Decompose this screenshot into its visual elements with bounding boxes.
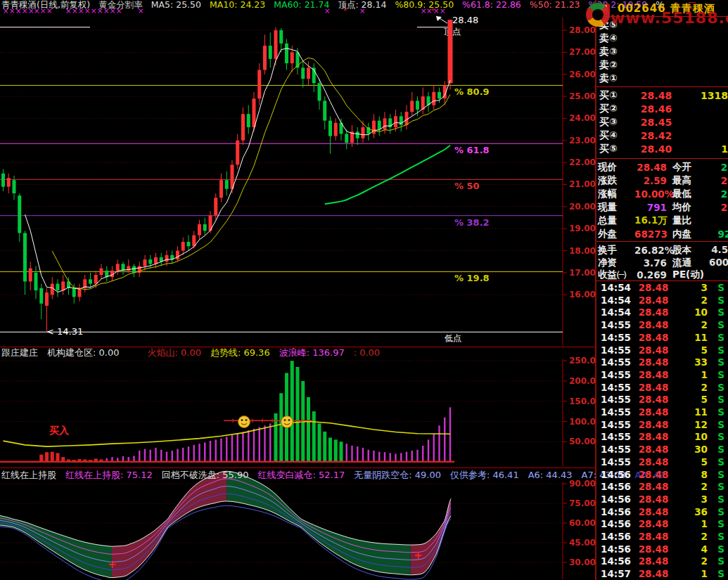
quote-info-row: 涨幅10.00%最低25.5 bbox=[596, 188, 728, 200]
buy-price: 28.42 bbox=[634, 130, 678, 141]
trade-tick-row: 14:5528.485S bbox=[596, 456, 728, 468]
indicator-bar bbox=[155, 448, 156, 462]
trade-tick-row: 14:5528.482S bbox=[596, 319, 728, 330]
trade-volume: 4 bbox=[674, 543, 708, 555]
y-axis-label: 30.00 bbox=[569, 558, 596, 567]
trade-time: 14:56 bbox=[596, 469, 633, 480]
stats-label: 股本 bbox=[667, 244, 709, 257]
indicator-bar bbox=[422, 446, 423, 462]
trade-time: 14:54 bbox=[596, 307, 633, 318]
indicator-bar bbox=[351, 446, 352, 462]
indicator-value-label: : 0.00 bbox=[354, 347, 380, 358]
buy-level-label: 买① bbox=[596, 89, 634, 102]
info-value: 25.5 bbox=[709, 188, 728, 200]
info-value: 68273 bbox=[634, 228, 667, 240]
trade-price: 28.48 bbox=[633, 295, 674, 306]
mid-indicator-chart: 250.0200.0150.0100.050.00买入 bbox=[0, 356, 596, 466]
quote-panel: B 002646 青青稞酒 卖⑤卖④卖③卖②卖①买①28.481318买②28.… bbox=[596, 0, 728, 580]
trade-direction-flag: S bbox=[708, 543, 727, 555]
indicator-value-label: 红线变白减仓: 52.17 bbox=[257, 470, 345, 480]
sell-queue-row[interactable]: 卖① bbox=[596, 72, 728, 85]
quote-info-row: 现量791均价27.5 bbox=[596, 201, 728, 214]
indicator-bar bbox=[416, 450, 418, 462]
chart-area-canvas[interactable]: 28.0027.0026.0025.0024.0023.0022.0021.00… bbox=[0, 0, 596, 580]
fib-level-label: % 61.8 bbox=[454, 145, 490, 155]
trade-time: 14:55 bbox=[596, 419, 633, 430]
trade-time: 14:54 bbox=[596, 295, 633, 306]
trade-tick-row: 14:5628.482S bbox=[596, 555, 728, 567]
y-axis-label: 17.00 bbox=[569, 268, 596, 278]
sell-queue-row[interactable]: 卖④ bbox=[596, 32, 728, 45]
stats-value: 6000万 bbox=[709, 257, 728, 269]
trade-volume: 8 bbox=[674, 469, 708, 480]
y-axis-label: 18.00 bbox=[569, 246, 596, 256]
buy-signal-marker-icon: × bbox=[78, 8, 84, 15]
cross-marker-icon: + bbox=[414, 549, 423, 562]
buy-queue-row[interactable]: 买⑤28.401 bbox=[596, 143, 728, 155]
indicator-bar bbox=[215, 439, 217, 462]
trade-price: 28.48 bbox=[633, 431, 674, 442]
trade-time: 14:55 bbox=[596, 319, 633, 330]
y-axis-label: 150.0 bbox=[569, 397, 596, 406]
quote-info-row: 外盘68273内盘9263 bbox=[596, 228, 728, 240]
indicator-bar bbox=[279, 393, 283, 462]
stats-row: 换手26.82%股本4.50亿 bbox=[596, 244, 728, 257]
indicator-bar bbox=[139, 451, 140, 462]
y-axis-label: 24.00 bbox=[569, 113, 596, 123]
trade-volume: 2 bbox=[674, 481, 708, 492]
indicator-bar bbox=[307, 397, 310, 462]
trade-tick-row: 14:5628.482S bbox=[596, 531, 728, 542]
trade-direction-flag: S bbox=[708, 369, 727, 380]
trade-direction-flag: S bbox=[708, 555, 727, 567]
indicator-bar bbox=[253, 429, 255, 462]
indicator-bar bbox=[248, 430, 249, 462]
trade-volume: 2 bbox=[674, 555, 708, 567]
indicator-bar bbox=[259, 427, 260, 462]
fib-level-label: % 50 bbox=[454, 181, 480, 191]
trade-time: 14:56 bbox=[596, 531, 633, 542]
trade-volume: 1 bbox=[674, 369, 708, 380]
trade-volume: 36 bbox=[674, 506, 708, 517]
buy-queue-row[interactable]: 买③28.45 bbox=[596, 116, 728, 129]
indicator-bar bbox=[378, 452, 380, 462]
y-axis-label: 16.00 bbox=[569, 290, 596, 299]
trade-price: 28.48 bbox=[633, 406, 674, 418]
indicator-bar bbox=[357, 446, 358, 462]
trade-price: 28.48 bbox=[633, 332, 674, 343]
indicator-value-label: 仅供参考: 46.41 bbox=[450, 470, 519, 480]
info-label: 均价 bbox=[667, 201, 709, 214]
buy-price: 28.48 bbox=[634, 90, 678, 101]
buy-signal-marker-icon: × bbox=[110, 8, 115, 15]
y-axis-label: 75.00 bbox=[569, 498, 596, 508]
indicator-bar bbox=[269, 423, 271, 462]
sell-queue-row[interactable]: 卖③ bbox=[596, 46, 728, 58]
fib-level-label: % 19.8 bbox=[454, 273, 490, 283]
indicator-bar bbox=[318, 423, 321, 462]
y-axis-label: 21.00 bbox=[569, 179, 596, 189]
trade-volume: 2 bbox=[674, 319, 708, 330]
y-axis-label: 50.00 bbox=[569, 437, 596, 446]
buy-signal-marker-icon: × bbox=[65, 8, 71, 15]
buy-signal-marker-icon: × bbox=[359, 8, 365, 15]
buy-queue-row[interactable]: 买④28.42 bbox=[596, 129, 728, 142]
buy-queue-row[interactable]: 买①28.481318 bbox=[596, 89, 728, 102]
indicator-value-label: A6: 44.43 bbox=[528, 470, 573, 480]
y-axis-label: 60.00 bbox=[569, 518, 596, 528]
indicator-bar bbox=[449, 407, 451, 462]
trade-direction-flag: S bbox=[708, 419, 727, 430]
buy-queue-row[interactable]: 买②28.46 bbox=[596, 103, 728, 115]
trade-time: 14:57 bbox=[596, 568, 633, 579]
trade-tick-row: 14:5528.485S bbox=[596, 344, 728, 356]
trade-tick-row: 14:5528.4833S bbox=[596, 356, 728, 368]
trade-price: 28.48 bbox=[633, 481, 674, 492]
trade-direction-flag: S bbox=[708, 332, 727, 343]
sell-queue-row[interactable]: 卖② bbox=[596, 59, 728, 72]
trade-direction-flag: S bbox=[708, 531, 727, 542]
watermark-logo bbox=[586, 3, 610, 27]
buy-level-label: 买② bbox=[596, 103, 634, 115]
indicator-value-label: 趋势线: 69.36 bbox=[210, 347, 270, 358]
trade-time: 14:55 bbox=[596, 344, 633, 356]
trade-volume: 3 bbox=[674, 282, 708, 293]
buy-volume: 1318 bbox=[678, 90, 728, 101]
buy-signal-marker-icon: × bbox=[97, 8, 103, 15]
